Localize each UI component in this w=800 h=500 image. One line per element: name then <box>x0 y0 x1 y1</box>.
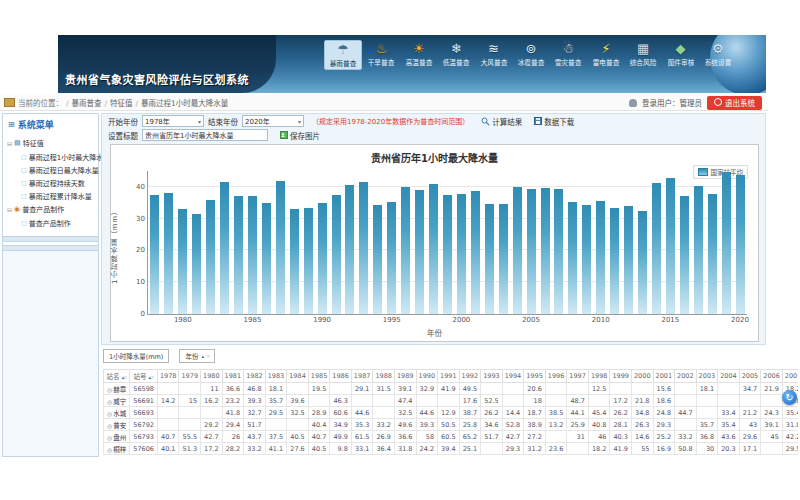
row-expand-icon[interactable]: ◎ <box>107 386 112 393</box>
col-header-year[interactable]: 1993 <box>481 370 503 383</box>
toolbar-item-map-audit[interactable]: ◆图件审核 <box>663 40 699 70</box>
station-name-cell[interactable]: ◎威宁 <box>104 395 130 407</box>
col-header-year[interactable]: 1987 <box>351 370 373 383</box>
expand-icon[interactable]: ⊟ <box>7 206 12 213</box>
chart-title-input[interactable] <box>142 129 268 141</box>
toolbar-item-rainstorm[interactable]: ☂暴雨普查 <box>324 40 362 70</box>
station-name-cell[interactable]: ◎赫章 <box>104 383 130 395</box>
row-expand-icon[interactable]: ◎ <box>107 422 112 429</box>
y-tick-label: 30 <box>136 215 145 223</box>
tree-item[interactable]: ▢暴雨过程日最大降水量 <box>7 163 98 176</box>
value-type-box[interactable]: 1小时降水量(mm) <box>103 349 169 363</box>
toolbar-item-hail[interactable]: ⊚冰雹普查 <box>513 40 549 70</box>
col-header-year[interactable]: 1994 <box>502 370 524 383</box>
tree-item[interactable]: ▢暴雨过程1小时最大降水量 <box>7 150 98 163</box>
end-year-select[interactable]: 2020年▾ <box>242 115 304 127</box>
col-header-year[interactable]: 2005 <box>739 370 761 383</box>
toolbar-item-system-settings[interactable]: ⚙系统设置 <box>700 40 736 70</box>
breadcrumb: /暴雨普查/特征值/暴雨过程1小时最大降水量 <box>63 97 228 108</box>
col-header-year[interactable]: 1996 <box>545 370 567 383</box>
value-cell <box>545 383 567 395</box>
toolbar-item-snow[interactable]: ☃雪灾普查 <box>550 40 586 70</box>
col-header-year[interactable]: 1981 <box>222 370 244 383</box>
tree-group-0[interactable]: ⊟▤特征值 <box>7 136 98 150</box>
col-header-year[interactable]: 2001 <box>653 370 675 383</box>
value-cell <box>761 395 783 407</box>
sidebar-separator[interactable] <box>3 236 98 242</box>
station-name-cell[interactable]: ◎普安 <box>104 419 130 431</box>
value-cell <box>351 395 373 407</box>
toolbar-item-lightning[interactable]: ⚡雷电普查 <box>588 40 624 70</box>
save-image-button[interactable]: 保存图片 <box>280 130 320 141</box>
col-header-year[interactable]: 2004 <box>718 370 740 383</box>
tree-item[interactable]: ▢暴雨过程持续天数 <box>7 176 98 189</box>
toolbar-item-low-temp[interactable]: ❄低温普查 <box>438 40 474 70</box>
col-header-year[interactable]: 1997 <box>567 370 589 383</box>
filter-icon[interactable]: ▿ <box>207 353 210 359</box>
col-header-year[interactable]: 1982 <box>244 370 266 383</box>
value-cell: 26.2 <box>610 407 632 419</box>
row-expand-icon[interactable]: ◎ <box>107 398 112 405</box>
year-sort-box[interactable]: 年份 ▴ ▿ <box>179 349 215 363</box>
refresh-button[interactable]: ↻ <box>782 390 797 405</box>
breadcrumb-item[interactable]: 暴雨过程1小时最大降水量 <box>141 99 228 108</box>
col-header-year[interactable]: 1999 <box>610 370 632 383</box>
station-name-cell[interactable]: ◎桐梓 <box>104 443 130 455</box>
tree-item-label: 暴雨过程日最大降水量 <box>29 165 99 175</box>
col-header-station[interactable]: 站名 ▴▿ <box>104 370 130 383</box>
station-name-cell[interactable]: ◎盘州 <box>104 431 130 443</box>
breadcrumb-item[interactable]: 暴雨普查 <box>72 99 102 108</box>
start-year-select[interactable]: 1978年▾ <box>142 115 204 127</box>
col-header-year[interactable]: 2002 <box>675 370 697 383</box>
station-name-cell[interactable]: ◎水城 <box>104 407 130 419</box>
col-header-year[interactable]: 1980 <box>201 370 223 383</box>
expand-icon[interactable]: ⊟ <box>7 140 12 147</box>
col-header-year[interactable]: 1998 <box>588 370 610 383</box>
value-cell: 30 <box>696 443 718 455</box>
col-header-year[interactable]: 2000 <box>631 370 653 383</box>
toolbar-item-wind[interactable]: ≋大风普查 <box>476 40 512 70</box>
col-header-year[interactable]: 2003 <box>696 370 718 383</box>
col-header-year[interactable]: 1985 <box>308 370 330 383</box>
col-header-year[interactable]: 1992 <box>459 370 481 383</box>
col-header-year[interactable]: 1991 <box>438 370 460 383</box>
value-cell <box>696 407 718 419</box>
value-cell: 29.3 <box>653 419 675 431</box>
col-header-year[interactable]: 1995 <box>524 370 546 383</box>
breadcrumb-item[interactable]: 特征值 <box>110 99 133 108</box>
value-cell: 41.1 <box>265 443 287 455</box>
tree-group-1[interactable]: ⊟◉普查产品制作 <box>7 202 98 216</box>
col-header-year[interactable]: 1990 <box>416 370 438 383</box>
col-header-year[interactable]: 1984 <box>287 370 309 383</box>
col-header-year[interactable]: 1978 <box>157 370 179 383</box>
tree-item[interactable]: ▢普查产品制作 <box>7 216 98 229</box>
row-expand-icon[interactable]: ◎ <box>107 434 112 441</box>
toolbar-item-composite-risk[interactable]: ▦综合风险 <box>625 40 661 70</box>
col-header-year[interactable]: 1979 <box>179 370 201 383</box>
col-header-year[interactable]: 1988 <box>373 370 395 383</box>
bar-1993 <box>359 182 368 314</box>
value-cell <box>739 395 761 407</box>
value-cell: 39.3 <box>416 419 438 431</box>
value-cell: 25.8 <box>459 419 481 431</box>
data-download-button[interactable]: 数据下载 <box>534 116 574 127</box>
calc-result-button[interactable]: 计算结果 <box>481 116 522 127</box>
row-expand-icon[interactable]: ◎ <box>107 410 112 417</box>
row-expand-icon[interactable]: ◎ <box>107 446 112 453</box>
tree-item[interactable]: ▢暴雨过程累计降水量 <box>7 189 98 202</box>
value-cell <box>330 383 352 395</box>
product-icon: ◉ <box>14 205 20 213</box>
col-header-year[interactable]: 2007 <box>782 370 798 383</box>
breadcrumb-bar: 当前的位置： /暴雨普查/特征值/暴雨过程1小时最大降水量 登录用户：管理员 退… <box>0 95 768 111</box>
col-header-year[interactable]: 1983 <box>265 370 287 383</box>
sort-icons[interactable]: ▴▿ <box>122 373 127 381</box>
col-header-year[interactable]: 1986 <box>330 370 352 383</box>
sort-asc-icon[interactable]: ▴ <box>201 353 204 359</box>
col-header-year[interactable]: 1989 <box>394 370 416 383</box>
col-header-station-id[interactable]: 站号 ▴▿ <box>130 370 158 383</box>
col-header-year[interactable]: 2006 <box>761 370 783 383</box>
toolbar-item-high-temp[interactable]: ☀高温普查 <box>401 40 437 70</box>
logout-button[interactable]: 退出系统 <box>707 96 762 110</box>
toolbar-item-drought[interactable]: ♨干旱普查 <box>363 40 399 70</box>
sort-icons[interactable]: ▴▿ <box>149 373 154 381</box>
